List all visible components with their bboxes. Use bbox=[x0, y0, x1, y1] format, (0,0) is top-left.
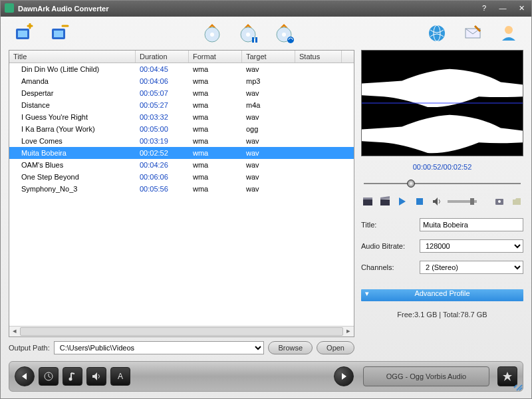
table-row[interactable]: OAM's Blues00:04:26wmawav bbox=[9, 159, 354, 171]
play-button[interactable] bbox=[396, 195, 409, 208]
prev-button[interactable] bbox=[15, 366, 35, 386]
table-h-scrollbar[interactable]: ◂ ▸ bbox=[9, 326, 354, 336]
detail-title-input[interactable] bbox=[420, 218, 523, 231]
sound-button[interactable] bbox=[86, 367, 106, 386]
app-window: DawnArk Audio Converter ? — ✕ bbox=[0, 0, 532, 399]
table-row[interactable]: One Step Beyond00:06:06wmawav bbox=[9, 171, 354, 183]
cell-duration: 00:04:26 bbox=[136, 159, 189, 171]
cell-status bbox=[295, 79, 342, 83]
cell-format: wma bbox=[189, 75, 242, 87]
waveform-display bbox=[361, 50, 523, 156]
cell-title: I Guess You're Right bbox=[9, 111, 136, 123]
table-row[interactable]: Despertar00:05:07wmawav bbox=[9, 87, 354, 99]
cell-title: Distance bbox=[9, 99, 136, 111]
table-row[interactable]: I Ka Barra (Your Work)00:05:00wmaogg bbox=[9, 123, 354, 135]
cell-status bbox=[295, 103, 342, 107]
cell-title: One Step Beyond bbox=[9, 171, 136, 183]
svg-rect-22 bbox=[380, 200, 390, 205]
table-row[interactable]: Muita Bobeira00:02:52wmawav bbox=[9, 147, 354, 159]
col-duration[interactable]: Duration bbox=[136, 51, 189, 63]
advanced-profile-toggle[interactable]: ▾ Advanced Profile bbox=[361, 289, 523, 301]
stop-convert-button[interactable] bbox=[272, 21, 296, 45]
table-row[interactable]: Distance00:05:27wmam4a bbox=[9, 99, 354, 111]
svg-rect-4 bbox=[54, 31, 63, 37]
cell-target: wav bbox=[242, 63, 295, 75]
cell-title: Amanda bbox=[9, 75, 136, 87]
cell-format: wma bbox=[189, 159, 242, 171]
col-target[interactable]: Target bbox=[242, 51, 295, 63]
output-profile-display[interactable]: OGG - Ogg Vorbis Audio bbox=[363, 366, 489, 386]
history-button[interactable] bbox=[39, 367, 59, 386]
clapper2-icon[interactable] bbox=[378, 195, 392, 208]
resize-grip-icon[interactable] bbox=[513, 382, 523, 392]
cell-status bbox=[295, 151, 342, 155]
help-button[interactable]: ? bbox=[478, 4, 490, 13]
svg-rect-20 bbox=[363, 200, 372, 205]
detail-channels-label: Channels: bbox=[361, 263, 416, 271]
table-row[interactable]: Amanda00:04:06wmamp3 bbox=[9, 75, 354, 87]
volume-slider[interactable] bbox=[448, 200, 477, 203]
text-button[interactable]: A bbox=[110, 367, 130, 386]
scroll-thumb[interactable] bbox=[20, 327, 343, 336]
convert-button[interactable] bbox=[200, 21, 224, 45]
cell-target: wav bbox=[242, 87, 295, 99]
add-file-button[interactable] bbox=[11, 21, 35, 45]
playback-scrubber[interactable] bbox=[364, 179, 521, 188]
cell-title: Symphony_No_3 bbox=[9, 183, 136, 195]
close-button[interactable]: ✕ bbox=[515, 4, 527, 13]
main-toolbar bbox=[1, 17, 531, 50]
cell-format: wma bbox=[189, 63, 242, 75]
table-row[interactable]: Love Comes00:03:19wmawav bbox=[9, 135, 354, 147]
mail-button[interactable] bbox=[461, 21, 485, 45]
open-button[interactable]: Open bbox=[317, 341, 354, 354]
chevron-down-icon: ▾ bbox=[365, 289, 369, 298]
table-row[interactable]: Din Din Wo (Little Child)00:04:45wmawav bbox=[9, 63, 354, 75]
pause-convert-button[interactable] bbox=[236, 21, 260, 45]
cell-target: wav bbox=[242, 135, 295, 147]
music-note-button[interactable] bbox=[63, 367, 82, 386]
cell-format: wma bbox=[189, 87, 242, 99]
titlebar: DawnArk Audio Converter ? — ✕ bbox=[1, 1, 531, 17]
cell-title: Din Din Wo (Little Child) bbox=[9, 63, 136, 75]
svg-rect-21 bbox=[363, 198, 372, 200]
table-header: Title Duration Format Target Status bbox=[9, 51, 354, 63]
cell-status bbox=[295, 67, 342, 71]
browse-button[interactable]: Browse bbox=[268, 341, 313, 354]
cell-format: wma bbox=[189, 171, 242, 183]
col-format[interactable]: Format bbox=[189, 51, 242, 63]
cell-duration: 00:04:06 bbox=[136, 75, 189, 87]
svg-rect-2 bbox=[18, 31, 27, 37]
stop-button[interactable] bbox=[413, 195, 426, 208]
cell-target: wav bbox=[242, 147, 295, 159]
minimize-button[interactable]: — bbox=[497, 4, 509, 13]
col-title[interactable]: Title bbox=[9, 51, 136, 63]
remove-file-button[interactable] bbox=[47, 21, 71, 45]
table-row[interactable]: I Guess You're Right00:03:32wmawav bbox=[9, 111, 354, 123]
cell-format: wma bbox=[189, 111, 242, 123]
snapshot-button[interactable] bbox=[493, 195, 506, 208]
scroll-left-arrow[interactable]: ◂ bbox=[9, 327, 20, 336]
output-path-select[interactable]: C:\Users\Public\Videos bbox=[54, 341, 265, 354]
cell-target: m4a bbox=[242, 99, 295, 111]
cell-format: wma bbox=[189, 123, 242, 135]
window-title: DawnArk Audio Converter bbox=[18, 5, 478, 13]
cell-target: wav bbox=[242, 159, 295, 171]
user-button[interactable] bbox=[497, 21, 521, 45]
volume-icon[interactable] bbox=[430, 195, 444, 208]
clapper1-icon[interactable] bbox=[361, 195, 374, 208]
detail-bitrate-select[interactable]: 128000 bbox=[420, 239, 523, 253]
table-row[interactable]: Symphony_No_300:05:56wmawav bbox=[9, 183, 354, 195]
cell-target: wav bbox=[242, 171, 295, 183]
detail-bitrate-label: Audio Bitrate: bbox=[361, 242, 416, 250]
open-folder-button[interactable] bbox=[510, 195, 523, 208]
next-button[interactable] bbox=[334, 366, 354, 386]
player-controls bbox=[361, 194, 523, 212]
cell-status bbox=[295, 127, 342, 131]
detail-channels-select[interactable]: 2 (Stereo) bbox=[420, 261, 523, 274]
scrubber-knob[interactable] bbox=[407, 180, 415, 188]
web-button[interactable] bbox=[425, 21, 449, 45]
col-status[interactable]: Status bbox=[295, 51, 342, 63]
cell-format: wma bbox=[189, 183, 242, 195]
scroll-right-arrow[interactable]: ▸ bbox=[343, 327, 354, 336]
svg-rect-23 bbox=[416, 198, 423, 205]
